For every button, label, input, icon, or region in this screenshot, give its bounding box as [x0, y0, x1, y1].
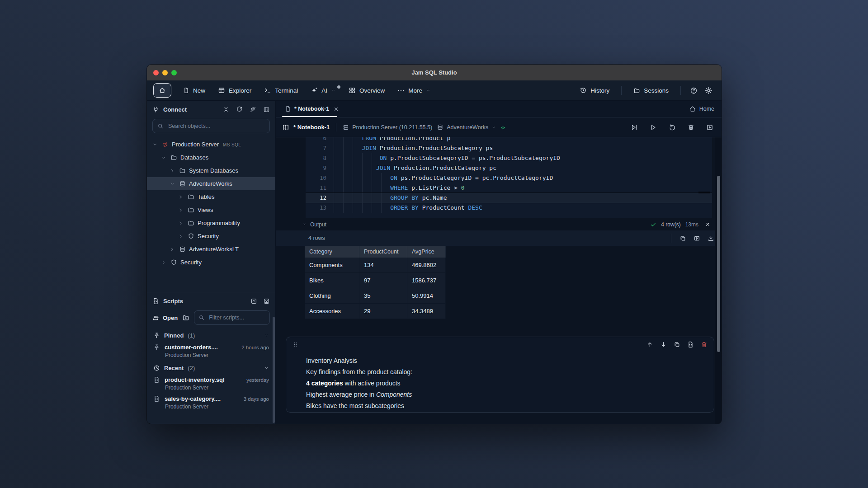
close-output-icon[interactable]: [705, 221, 711, 227]
tree-item-tables[interactable]: Tables: [147, 190, 275, 203]
refresh-icon[interactable]: [236, 106, 243, 113]
search-icon: [198, 314, 205, 321]
tree-item-views[interactable]: Views: [147, 203, 275, 216]
markdown-line: Inventory Analysis: [306, 355, 700, 366]
tree-item-production-server[interactable]: Production ServerMS SQL: [147, 138, 275, 151]
tree-item-programmability[interactable]: Programmability: [147, 216, 275, 230]
chevron-right-icon[interactable]: [177, 194, 184, 200]
code-line-7[interactable]: 7JOIN Production.ProductSubcategory ps: [306, 143, 712, 153]
filter-input[interactable]: [208, 314, 265, 321]
restart-button[interactable]: [669, 124, 676, 131]
chevron-right-icon[interactable]: [169, 247, 175, 252]
help-button[interactable]: [687, 84, 700, 97]
duplicate-cell-button[interactable]: [674, 341, 680, 348]
dock-panel-icon[interactable]: [263, 106, 270, 113]
home-link[interactable]: Home: [689, 105, 722, 113]
filter-scripts[interactable]: [194, 310, 270, 325]
object-search[interactable]: [152, 119, 270, 133]
scrollbar-track[interactable]: [715, 137, 722, 424]
code-line-8[interactable]: 8ON p.ProductSubcategoryID = ps.ProductS…: [306, 153, 712, 163]
chevron-right-icon[interactable]: [177, 234, 184, 239]
delete-button[interactable]: [688, 124, 694, 131]
table-row[interactable]: Bikes971586.737: [305, 273, 446, 288]
open-in-panel-icon[interactable]: [693, 235, 700, 242]
script-item-sales-by-category[interactable]: sales-by-category....3 days agoProductio…: [147, 394, 275, 413]
indent-guides: [334, 153, 380, 163]
chevron-down-icon[interactable]: [264, 366, 269, 371]
disconnect-icon[interactable]: [250, 106, 256, 113]
more-button[interactable]: More: [392, 84, 436, 97]
sidebar-scrollbar[interactable]: [273, 317, 275, 423]
connect-header: Connect: [147, 101, 275, 118]
chevron-down-icon[interactable]: [160, 155, 167, 160]
markdown-cell[interactable]: Inventory AnalysisKey findings from the …: [286, 337, 714, 413]
move-down-button[interactable]: [660, 341, 667, 348]
tree-item-security[interactable]: Security: [147, 256, 275, 269]
expand-panel-icon[interactable]: [263, 298, 270, 305]
line-number: 6: [306, 137, 334, 143]
terminal-button[interactable]: Terminal: [259, 84, 303, 97]
script-item-product-inventory-sql[interactable]: product-inventory.sqlyesterdayProduction…: [147, 375, 275, 394]
sessions-button[interactable]: Sessions: [628, 84, 674, 97]
open-script-button[interactable]: Open: [152, 314, 178, 321]
new-folder-button[interactable]: [182, 314, 189, 321]
code-line-10[interactable]: 10ON ps.ProductCategoryID = pc.ProductCa…: [306, 173, 712, 183]
database-selector[interactable]: AdventureWorks: [437, 124, 506, 131]
new-button[interactable]: New: [178, 84, 211, 97]
tree-item-system-databases[interactable]: System Databases: [147, 164, 275, 177]
ai-button[interactable]: AI: [305, 84, 341, 97]
chevron-right-icon[interactable]: [160, 260, 167, 265]
settings-button[interactable]: [702, 84, 715, 97]
download-results-icon[interactable]: [708, 235, 714, 242]
script-item-customer-orders[interactable]: customer-orders....2 hours agoProduction…: [147, 342, 275, 361]
chevron-right-icon[interactable]: [177, 207, 184, 213]
scrollbar-thumb[interactable]: [717, 176, 720, 352]
tab-notebook-1[interactable]: * Notebook-1: [280, 101, 344, 117]
convert-to-code-button[interactable]: [687, 341, 694, 348]
explorer-button[interactable]: Explorer: [212, 84, 257, 97]
table-row[interactable]: Accessories2934.3489: [305, 304, 446, 319]
copy-results-icon[interactable]: [679, 235, 686, 242]
scripts-group-recent[interactable]: Recent(2): [147, 361, 275, 375]
code-line-13[interactable]: 13ORDER BY ProductCount DESC: [306, 203, 712, 213]
close-tab-icon[interactable]: [333, 106, 339, 112]
scripts-group-pinned[interactable]: Pinned(1): [147, 328, 275, 342]
column-header-productcount[interactable]: ProductCount: [359, 246, 407, 258]
column-header-category[interactable]: Category: [305, 246, 359, 258]
overview-button[interactable]: Overview: [343, 84, 390, 97]
code-line-12[interactable]: 12GROUP BY pc.Name: [306, 193, 712, 203]
table-row[interactable]: Components134469.8602: [305, 258, 446, 273]
chevron-down-icon[interactable]: [264, 333, 269, 338]
delete-cell-button[interactable]: [701, 341, 708, 348]
collapse-panel-icon[interactable]: [250, 298, 257, 305]
chevron-down-icon[interactable]: [151, 142, 158, 147]
sql-code-cell[interactable]: 6FROM Production.Product p7JOIN Producti…: [306, 137, 712, 218]
code-line-6[interactable]: 6FROM Production.Product p: [306, 137, 712, 143]
home-icon: [159, 87, 166, 94]
chevron-down-icon[interactable]: [302, 222, 307, 227]
table-row[interactable]: Clothing3550.9914: [305, 288, 446, 304]
tree-item-security[interactable]: Security: [147, 230, 275, 243]
chevron-right-icon[interactable]: [169, 168, 175, 174]
search-input[interactable]: [167, 122, 265, 130]
home-button[interactable]: [153, 83, 171, 98]
run-button[interactable]: [650, 124, 657, 131]
collapse-all-icon[interactable]: [223, 106, 229, 113]
run-all-button[interactable]: [631, 124, 638, 131]
history-button[interactable]: History: [574, 84, 615, 97]
tree-item-adventureworkslt[interactable]: AdventureWorksLT: [147, 243, 275, 256]
tree-item-databases[interactable]: Databases: [147, 151, 275, 164]
indent-guides: [334, 203, 390, 213]
terminal-label: Terminal: [275, 87, 298, 94]
tree-item-adventureworks[interactable]: AdventureWorks: [147, 177, 275, 190]
connection-info[interactable]: Production Server (10.211.55.5): [343, 124, 432, 131]
chevron-right-icon[interactable]: [177, 221, 184, 226]
code-line-11[interactable]: 11WHERE p.ListPrice > 0: [306, 183, 712, 193]
chevron-down-icon[interactable]: [169, 181, 175, 187]
save-button[interactable]: [706, 124, 713, 131]
drag-handle-icon[interactable]: [292, 342, 298, 347]
code-line-9[interactable]: 9JOIN Production.ProductCategory pc: [306, 163, 712, 173]
column-header-avgprice[interactable]: AvgPrice: [407, 246, 446, 258]
script-name: customer-orders....: [165, 344, 237, 351]
move-up-button[interactable]: [646, 341, 653, 348]
